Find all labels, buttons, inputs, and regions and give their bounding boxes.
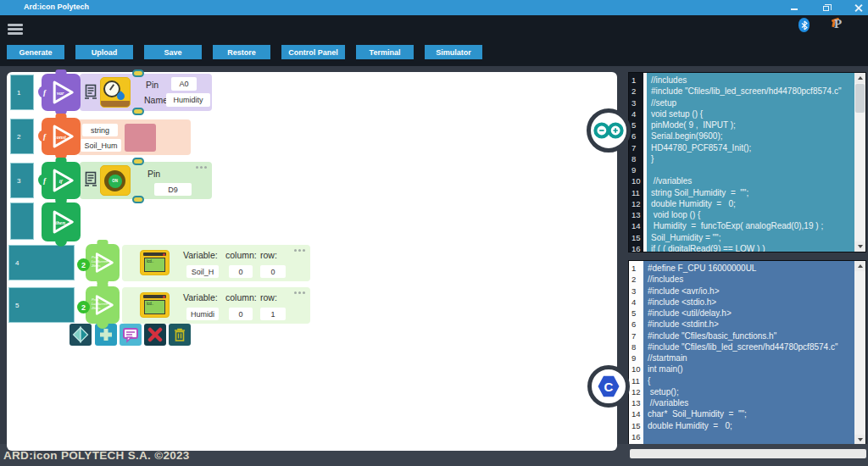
if-params-block[interactable]: ON Pin D9 [80,162,212,199]
window-title: Ard:icon Polytech [24,3,89,11]
print-lcd-params-block[interactable]: lcd.. Variable: Soil_H column: 0 row: 0 [122,245,310,281]
arduino-infinity-icon [593,119,625,141]
block3-number[interactable]: 3 [10,163,34,198]
header: P Generate Upload Save Restore Control P… [0,15,868,66]
scroll-icon [84,171,97,187]
name-value-field[interactable]: Humidity [166,93,210,107]
link-connector-icon [132,158,144,165]
terminal-button[interactable]: Terminal [356,45,414,59]
lcd-screen-icon: lcd.. [140,250,170,275]
close-icon [854,3,863,12]
function-badge: f [38,130,51,142]
line-number-gutter: 12345678910111213141516 [629,73,643,252]
pin-label: Pin [147,169,160,179]
comment-icon [122,326,139,343]
print-lcd-puzzle-block[interactable]: Print LcdScreen 2lines [86,286,120,324]
column-value-field[interactable]: 0 [229,308,253,320]
scroll-up-arrow[interactable] [854,261,865,271]
link-connector-icon [132,69,144,77]
bluetooth-icon[interactable] [798,18,810,32]
vertical-scrollbar[interactable] [854,261,865,445]
toolbar: Generate Upload Save Restore Control Pan… [7,45,482,59]
vertical-scrollbar[interactable] [854,73,865,252]
count-badge: 2 [77,301,90,313]
column-label: column: [225,250,257,260]
more-menu-icon[interactable] [294,291,297,294]
c-language-logo: C [587,365,630,408]
function-badge: f [38,174,51,186]
scroll-up-arrow[interactable] [854,73,865,83]
lcd-screen-icon: lcd.. [140,292,170,318]
block-kind-label: Print LcdScreen 2lines [92,297,114,310]
then-puzzle-block[interactable]: then [42,202,81,241]
arduino-code-panel[interactable]: 12345678910111213141516 //includes#inclu… [628,72,866,252]
block-kind-label: var [57,90,64,96]
column-label: column: [225,292,257,302]
variable-value-field[interactable]: Humidi [186,308,219,320]
c-code-area[interactable]: #define F_CPU 16000000UL//includes#inclu… [643,261,854,445]
const-type-field[interactable]: string [82,124,118,136]
row-label: row: [260,292,277,302]
name-label: Name [144,95,168,105]
plus-icon [98,327,114,342]
function-badge: f [38,86,51,98]
row-value-field[interactable]: 0 [260,265,286,278]
block2-number[interactable]: 2 [10,119,34,154]
comment-button[interactable] [120,324,142,346]
trash-button[interactable] [169,324,191,346]
code-diamond-button[interactable] [70,324,92,346]
polytech-logo: P [832,17,847,32]
block-canvas[interactable]: 1 f var Pin Name A0 Humidity 2 f const [7,72,617,451]
variable-label: Variable: [183,250,218,260]
minimize-button[interactable] [788,2,800,14]
upload-button[interactable]: Upload [75,45,133,59]
block-then-number[interactable] [10,202,34,240]
save-button[interactable]: Save [144,45,202,59]
restore-icon [823,6,829,11]
arduino-logo [587,108,631,153]
generate-button[interactable]: Generate [7,45,64,59]
pin-value-field[interactable]: D9 [154,183,192,196]
diamond-icon [71,325,90,344]
more-menu-icon[interactable] [294,249,297,252]
restore-button[interactable] [821,2,832,14]
c-code-panel[interactable]: 12345678910111213141516 #define F_CPU 16… [628,260,866,446]
var-params-block[interactable]: Pin Name A0 Humidity [80,74,212,111]
arduino-code-area[interactable]: //includes#include "Cfiles/lib_led_scree… [643,73,854,252]
app-window: Ard:icon Polytech P Generate Upload Save… [0,0,868,466]
delete-block-button[interactable] [144,324,166,346]
restore-button-toolbar[interactable]: Restore [213,45,270,59]
scroll-down-arrow[interactable] [854,241,865,252]
horizontal-scrollbar[interactable] [630,449,866,458]
hamburger-menu-icon[interactable] [8,24,23,35]
variable-label: Variable: [183,292,218,302]
pin-value-field[interactable]: A0 [171,77,197,91]
trash-icon [172,327,187,342]
link-connector-icon [132,108,144,115]
scroll-icon [84,84,97,100]
minimize-icon [791,8,798,10]
print-lcd-puzzle-block[interactable]: Print LcdScreen 2lines [86,244,120,281]
const-params-block[interactable]: string Soil_Hum [77,119,191,155]
scrollbar-thumb[interactable] [855,84,865,113]
close-button[interactable] [853,2,865,14]
more-menu-icon[interactable] [196,166,198,169]
row-value-field[interactable]: 1 [260,308,286,320]
control-panel-button[interactable]: Control Panel [281,45,345,59]
column-value-field[interactable]: 0 [229,265,253,278]
simulator-button[interactable]: Simulator [425,45,482,59]
const-value-field[interactable] [125,124,156,152]
block5-number[interactable]: 5 [8,287,75,323]
line-number-gutter: 12345678910111213141516 [629,261,643,445]
titlebar: Ard:icon Polytech [0,0,868,15]
variable-value-field[interactable]: Soil_H [186,265,219,278]
block1-number[interactable]: 1 [10,75,34,110]
print-lcd-params-block[interactable]: lcd.. Variable: Humidi column: 0 row: 1 [122,287,310,324]
window-controls [788,0,865,15]
const-name-field[interactable]: Soil_Hum [81,139,121,152]
block-kind-label: const [54,134,66,140]
block4-number[interactable]: 4 [8,245,75,280]
link-connector-icon [132,196,144,203]
block-kind-label: Print LcdScreen 2lines [92,255,114,268]
humidity-sensor-icon [100,77,131,108]
